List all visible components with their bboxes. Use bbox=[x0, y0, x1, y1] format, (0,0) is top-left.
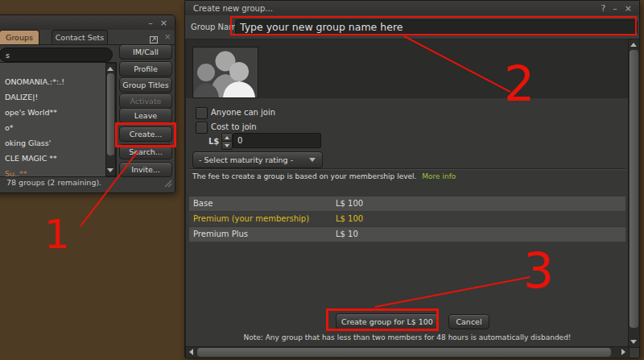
anyone-can-join-checkbox[interactable] bbox=[196, 107, 208, 119]
tab-close-icon[interactable]: × bbox=[164, 32, 171, 41]
group-list-scrollbar[interactable] bbox=[105, 63, 116, 176]
anyone-can-join-label: Anyone can join bbox=[211, 108, 275, 117]
group-list-item[interactable]: o* bbox=[0, 120, 116, 135]
help-icon[interactable]: ? bbox=[601, 4, 605, 13]
tab-contact-sets-label: Contact Sets bbox=[56, 33, 105, 42]
fee-text: The fee to create a group is based on yo… bbox=[192, 172, 416, 180]
fee-tier: Premium (your membership) bbox=[193, 212, 309, 226]
desktop: – × Groups Contact Sets × s ONOMANIA. bbox=[0, 0, 644, 360]
group-list-item[interactable]: ope's World** bbox=[0, 105, 116, 120]
group-list-item[interactable]: oking Glass' bbox=[0, 135, 116, 151]
leave-button[interactable]: Leave bbox=[119, 108, 172, 123]
fee-table-row-selected[interactable]: Premium (your membership) L$ 100 bbox=[189, 212, 625, 226]
annotation-step-1: 1 bbox=[44, 214, 70, 254]
group-list-item[interactable]: Su..** bbox=[0, 166, 116, 177]
group-filter-value: s bbox=[6, 51, 10, 60]
cancel-label: Cancel bbox=[456, 317, 481, 326]
resize-grip-icon[interactable] bbox=[163, 176, 172, 191]
create-group-button[interactable]: Create group for L$ 100 bbox=[336, 313, 439, 329]
scroll-left-icon[interactable] bbox=[189, 349, 193, 355]
fee-amount: L$ 10 bbox=[336, 227, 358, 242]
group-list-item[interactable]: CLE MAGIC ** bbox=[0, 151, 116, 166]
im-call-button[interactable]: IM/Call bbox=[119, 44, 172, 60]
minimize-icon[interactable]: – bbox=[148, 19, 153, 27]
note-text: Note: Any group that has less than two m… bbox=[186, 333, 629, 341]
scroll-down-icon[interactable] bbox=[107, 168, 114, 172]
groups-tab-bar: Groups Contact Sets × bbox=[0, 30, 175, 45]
chevron-down-icon bbox=[309, 158, 316, 162]
im-call-label: IM/Call bbox=[133, 48, 159, 56]
more-info-link[interactable]: More info bbox=[422, 172, 456, 180]
search-button[interactable]: Search... bbox=[119, 144, 172, 159]
maturity-rating-dropdown[interactable]: - Select maturity rating - bbox=[192, 151, 323, 168]
dialog-horizontal-scrollbar[interactable] bbox=[185, 346, 630, 358]
scroll-down-icon[interactable] bbox=[630, 340, 637, 344]
profile-label: Profile bbox=[134, 64, 158, 73]
dialog-title: Create new group... bbox=[185, 4, 273, 13]
spinner-down-icon[interactable] bbox=[221, 141, 233, 150]
close-icon[interactable]: × bbox=[160, 19, 167, 27]
divider bbox=[189, 168, 625, 170]
fee-table-row[interactable]: Premium Plus L$ 10 bbox=[189, 227, 625, 242]
group-list[interactable]: ONOMANIA.:*:.! DALIZE|! ope's World** o*… bbox=[0, 62, 117, 177]
groups-window-titlebar[interactable]: – × bbox=[0, 15, 175, 30]
leave-label: Leave bbox=[134, 111, 157, 120]
tab-groups[interactable]: Groups bbox=[0, 30, 39, 44]
invite-label: Invite... bbox=[131, 165, 160, 174]
group-image-picker[interactable] bbox=[192, 47, 258, 98]
groups-window: – × Groups Contact Sets × s ONOMANIA. bbox=[0, 14, 175, 193]
scrollbar-thumb[interactable] bbox=[630, 50, 638, 328]
maturity-rating-value: - Select maturity rating - bbox=[199, 155, 293, 164]
fee-tier: Premium Plus bbox=[193, 227, 248, 242]
scrollbar-thumb[interactable] bbox=[197, 348, 611, 357]
group-titles-button[interactable]: Group Titles bbox=[119, 77, 172, 93]
group-titles-label: Group Titles bbox=[122, 81, 168, 89]
tab-contact-sets[interactable]: Contact Sets bbox=[52, 30, 108, 44]
fee-table-row[interactable]: Base L$ 100 bbox=[189, 197, 625, 211]
dialog-vertical-scrollbar[interactable] bbox=[628, 39, 640, 348]
activate-label: Activate bbox=[130, 97, 162, 106]
scroll-up-icon[interactable] bbox=[107, 67, 114, 71]
activate-button: Activate bbox=[119, 93, 172, 109]
fee-amount: L$ 100 bbox=[336, 212, 363, 226]
create-group-dialog: Create new group... ? – × Group Name: bbox=[184, 0, 640, 358]
tab-groups-label: Groups bbox=[6, 33, 33, 42]
scroll-right-icon[interactable] bbox=[621, 349, 625, 355]
cancel-button[interactable]: Cancel bbox=[448, 314, 489, 329]
create-label: Create... bbox=[130, 130, 163, 139]
group-list-item[interactable]: DALIZE|! bbox=[0, 89, 116, 105]
create-group-label: Create group for L$ 100 bbox=[341, 317, 433, 326]
profile-button[interactable]: Profile bbox=[119, 61, 172, 77]
scrollbar-thumb[interactable] bbox=[107, 73, 114, 155]
group-people-icon bbox=[193, 48, 258, 97]
search-label: Search... bbox=[129, 147, 163, 156]
currency-label: L$ bbox=[208, 137, 219, 146]
group-list-item[interactable]: ONOMANIA.:*:.! bbox=[0, 74, 116, 89]
cost-input[interactable] bbox=[233, 133, 321, 148]
close-icon[interactable]: × bbox=[625, 4, 632, 13]
dialog-content: Anyone can join Cost to join L$ - Select… bbox=[185, 39, 630, 348]
cost-to-join-checkbox[interactable] bbox=[196, 122, 208, 134]
fee-tier: Base bbox=[193, 197, 213, 211]
fee-info-text: The fee to create a group is based on yo… bbox=[192, 172, 456, 180]
cost-to-join-label: Cost to join bbox=[211, 122, 257, 131]
create-button[interactable]: Create... bbox=[119, 126, 172, 142]
minimize-icon[interactable]: – bbox=[613, 4, 617, 13]
scroll-up-icon[interactable] bbox=[630, 43, 637, 47]
group-filter-input[interactable]: s bbox=[0, 48, 113, 62]
groups-status-text: 78 groups (2 remaining). bbox=[6, 178, 101, 187]
cost-spinner bbox=[221, 133, 231, 148]
group-name-input[interactable] bbox=[235, 19, 638, 35]
fee-amount: L$ 100 bbox=[336, 197, 363, 211]
dialog-titlebar[interactable]: Create new group... ? – × bbox=[185, 1, 639, 15]
